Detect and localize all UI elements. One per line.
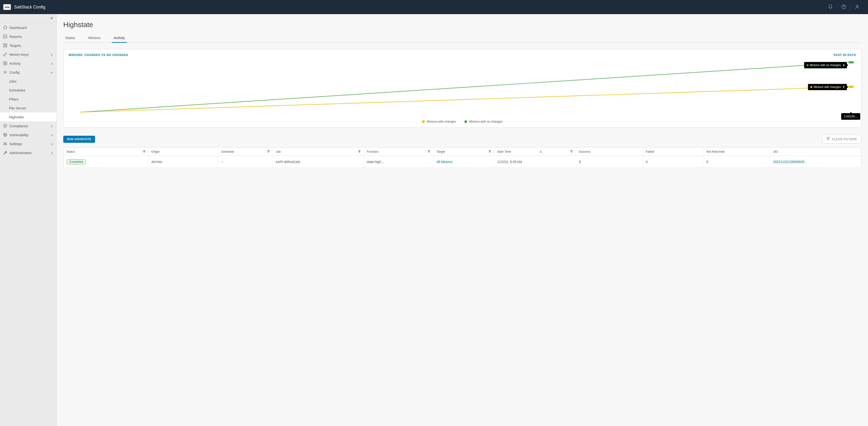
grid-icon [3, 43, 7, 47]
svg-point-20 [847, 85, 855, 88]
filter-icon[interactable] [488, 150, 491, 153]
filter-icon[interactable] [143, 150, 146, 153]
column-header-status[interactable]: Status [63, 148, 149, 156]
run-highstate-button[interactable]: RUN HIGHSTATE [63, 136, 95, 143]
sliders-icon [3, 142, 7, 146]
sidebar-item-pillars[interactable]: Pillars [0, 95, 57, 103]
cell-success: 6 [576, 156, 643, 168]
sidebar-item-compliance[interactable]: Compliance [0, 121, 57, 130]
legend-label: Minions with no changes [469, 120, 502, 123]
filter-icon[interactable] [267, 150, 270, 153]
dot-icon [807, 64, 808, 66]
cell-jid: 20221102133509929… [770, 156, 861, 168]
status-badge: Completed [66, 159, 86, 164]
sidebar-item-vulnerability[interactable]: Vulnerability [0, 130, 57, 139]
sidebar-item-dashboard[interactable]: Dashboard [0, 23, 57, 32]
sidebar-item-label: Settings [9, 142, 48, 146]
sidebar-item-label: Activity [9, 61, 48, 65]
sidebar-item-file-server[interactable]: File Server [0, 103, 57, 113]
filter-icon[interactable] [358, 150, 361, 153]
sidebar-item-label: Highstate [9, 115, 53, 119]
tooltip-value: 2 [843, 85, 844, 89]
chart-legend: Minions with changesMinions with no chan… [69, 120, 856, 123]
shield-icon [3, 124, 7, 128]
svg-line-17 [80, 62, 851, 112]
chart-card: MINIONS: CHANGES VS NO CHANGES PAST 30 D… [63, 49, 861, 128]
column-header-function[interactable]: Function [364, 148, 434, 156]
help-button[interactable] [837, 0, 850, 14]
help-icon [841, 4, 846, 10]
column-label: Success [579, 150, 590, 153]
legend-item: Minions with changes [422, 120, 456, 123]
cell-job: eAPI defined job [273, 156, 364, 168]
column-header-job[interactable]: Job [273, 148, 364, 156]
tab-activity[interactable]: Activity [112, 36, 127, 42]
tab-states[interactable]: States [63, 36, 77, 42]
chart-range: PAST 30 DAYS [834, 53, 856, 57]
cell-origin: Ad-Hoc [149, 156, 218, 168]
sidebar-item-highstate[interactable]: Highstate [0, 113, 57, 121]
chevron-right-icon [50, 151, 53, 154]
jid-link[interactable]: 20221102133509929… [773, 160, 808, 164]
column-header-not_returned[interactable]: Not Returned [703, 148, 770, 156]
chart-title: MINIONS: CHANGES VS NO CHANGES [69, 53, 128, 57]
bell-icon [828, 4, 833, 10]
user-menu-button[interactable] [850, 0, 864, 14]
sidebar-item-label: Reports [9, 35, 53, 38]
column-header-start_time[interactable]: Start Time [494, 148, 576, 156]
bar-chart-icon [3, 35, 7, 38]
column-header-schedule[interactable]: Schedule [218, 148, 273, 156]
column-header-success[interactable]: Success [576, 148, 643, 156]
sidebar-item-config[interactable]: Config [0, 68, 57, 77]
column-header-failed[interactable]: Failed [643, 148, 704, 156]
sidebar-item-administration[interactable]: Administration [0, 148, 57, 157]
sidebar-item-label: Targets [9, 43, 53, 48]
svg-line-18 [80, 87, 851, 112]
notifications-button[interactable] [824, 0, 837, 14]
column-label: Job [276, 150, 281, 153]
chart-area[interactable]: Minions with no changes: 4 Minions with … [69, 59, 856, 118]
content: Highstate StatesMinionsActivity MINIONS:… [57, 14, 868, 426]
column-label: Target [436, 150, 445, 153]
filter-icon[interactable] [428, 150, 431, 153]
column-label: Status [66, 150, 75, 153]
sidebar-item-activity[interactable]: Activity [0, 59, 57, 68]
user-icon [855, 4, 860, 10]
tooltip-label: Minions with changes: [814, 85, 841, 89]
sidebar-item-reports[interactable]: Reports [0, 32, 57, 41]
table-row[interactable]: CompletedAd-Hoc--eAPI defined jobstate.h… [63, 156, 861, 168]
filter-icon [827, 137, 830, 141]
sidebar-item-label: Compliance [9, 124, 48, 128]
tab-minions[interactable]: Minions [87, 36, 102, 42]
sidebar-item-schedules[interactable]: Schedules [0, 86, 57, 95]
sidebar-item-label: Dashboard [9, 26, 53, 30]
sidebar-item-settings[interactable]: Settings [0, 139, 57, 148]
activity-table: StatusOriginScheduleJobFunctionTargetSta… [63, 147, 861, 168]
sidebar-collapse-button[interactable] [0, 14, 57, 23]
column-label: Schedule [221, 150, 234, 153]
target-link[interactable]: All Minions [436, 160, 452, 164]
target-icon [3, 133, 7, 137]
dot-icon [464, 120, 467, 123]
vmware-logo: vmw [3, 4, 11, 10]
column-header-jid[interactable]: JID [770, 148, 861, 156]
chart-tooltip-changes: Minions with changes: 2 [808, 84, 847, 90]
sort-down-icon[interactable] [539, 150, 542, 153]
column-label: Start Time [497, 150, 511, 153]
key-icon [3, 53, 7, 56]
chevron-right-icon [50, 62, 53, 65]
sidebar: DashboardReportsTargetsMinion KeysActivi… [0, 14, 57, 426]
tooltip-value: 4 [843, 63, 844, 67]
sidebar-item-label: Jobs [9, 79, 53, 83]
cell-not-returned: 0 [703, 156, 770, 168]
column-header-target[interactable]: Target [434, 148, 494, 156]
column-header-origin[interactable]: Origin [149, 148, 218, 156]
sidebar-item-label: Administration [9, 151, 48, 155]
filter-icon[interactable] [570, 150, 573, 153]
sidebar-item-jobs[interactable]: Jobs [0, 77, 57, 86]
sidebar-item-minion-keys[interactable]: Minion Keys [0, 50, 57, 59]
sidebar-item-targets[interactable]: Targets [0, 41, 57, 50]
cell-status: Completed [63, 156, 149, 168]
topbar: vmw SaltStack Config [0, 0, 868, 14]
clear-filters-button[interactable]: CLEAR FILTERS [822, 135, 861, 144]
